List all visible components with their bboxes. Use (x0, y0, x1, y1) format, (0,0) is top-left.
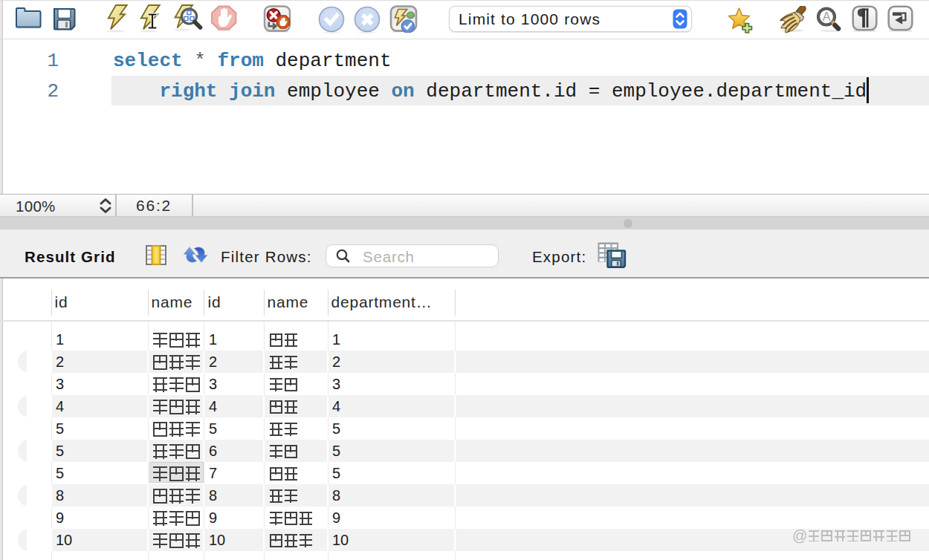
svg-text:A: A (823, 10, 831, 23)
